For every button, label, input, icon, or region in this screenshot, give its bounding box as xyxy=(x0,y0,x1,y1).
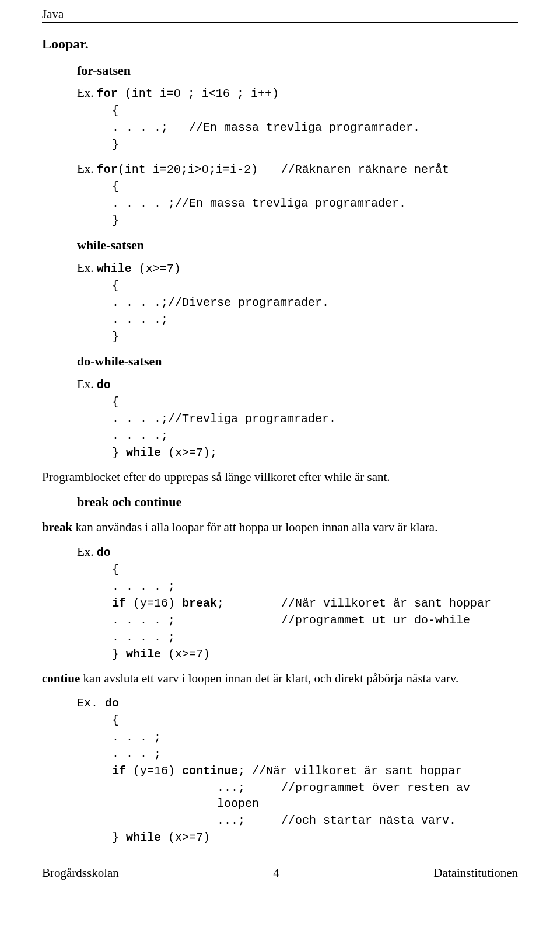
kw-while: while xyxy=(126,446,161,459)
code-text: . . . . ; xyxy=(112,629,518,645)
para-text: kan användas i alla loopar för att hoppa… xyxy=(72,520,438,534)
footer-right: Datainstitutionen xyxy=(433,865,518,881)
kw-do: do xyxy=(97,546,111,559)
code-text: ...; xyxy=(217,780,281,796)
code-text: . . . .;//Diverse programrader. xyxy=(112,295,518,311)
code-text: (x>=7) xyxy=(161,647,210,661)
brace-open: { xyxy=(112,562,518,577)
brace-open: { xyxy=(112,179,518,194)
ex-label: Ex. xyxy=(77,86,97,100)
para-continue: contiue kan avsluta ett varv i loopen in… xyxy=(42,670,518,687)
kw-break: break xyxy=(42,520,72,534)
para-text: kan avsluta ett varv i loopen innan det … xyxy=(80,671,459,685)
footer-left: Brogårdsskolan xyxy=(42,865,119,881)
comment: //Räknaren räknare neråt xyxy=(281,163,449,176)
code-text: (int i=20;i>O;i=i-2) xyxy=(118,162,281,177)
kw-continue: continue xyxy=(182,764,238,778)
code-text: (y=16) xyxy=(126,597,182,610)
heading-for: for-satsen xyxy=(77,62,518,79)
code-while-ex: Ex. while (x>=7) { . . . .;//Diverse pro… xyxy=(77,260,518,344)
code-text: (x>=7) xyxy=(161,831,210,844)
brace-close: } xyxy=(112,446,126,459)
heading-loopar: Loopar. xyxy=(42,34,518,53)
heading-dowhile: do-while-satsen xyxy=(77,353,518,370)
heading-breakcont: break och continue xyxy=(77,493,518,511)
kw-do: do xyxy=(98,696,119,710)
brace-open: { xyxy=(112,103,518,119)
kw-if: if xyxy=(112,597,126,610)
footer-center: 4 xyxy=(273,865,279,881)
kw-if: if xyxy=(112,764,126,778)
brace-close: } xyxy=(112,831,126,844)
code-text: . . . .;//Trevliga programrader. xyxy=(112,411,518,427)
heading-while: while-satsen xyxy=(77,236,518,254)
ex-label: Ex. xyxy=(77,545,97,559)
comment: //och startar nästa varv. xyxy=(281,814,456,827)
brace-open: { xyxy=(112,278,518,294)
code-text: (x>=7); xyxy=(161,446,217,459)
comment: //En massa trevliga programrader. xyxy=(189,121,420,134)
semicolon: ; xyxy=(238,764,245,778)
code-text: . . . .; xyxy=(112,312,518,328)
kw-while: while xyxy=(126,647,161,661)
kw-while: while xyxy=(97,262,132,276)
brace-open: { xyxy=(112,712,518,728)
brace-close: } xyxy=(112,137,518,152)
brace-close: } xyxy=(112,213,518,228)
code-text: . . . ; xyxy=(112,729,518,745)
semicolon: ; xyxy=(217,597,224,610)
code-dowhile-ex: Ex. do { . . . .;//Trevliga programrader… xyxy=(77,376,518,461)
code-text: . . . . ;//En massa trevliga programrade… xyxy=(112,196,518,211)
para-break: break kan användas i alla loopar för att… xyxy=(42,519,518,535)
code-text: ...; xyxy=(217,813,281,828)
page-header: Java xyxy=(42,0,518,23)
brace-close: } xyxy=(112,329,518,344)
comment: //När villkoret är sant hoppar xyxy=(252,764,462,778)
code-for-ex1: Ex. for (int i=O ; i<16 ; i++) { . . . .… xyxy=(77,85,518,152)
kw-break: break xyxy=(182,597,217,610)
kw-while: while xyxy=(126,831,161,844)
code-for-ex2: Ex. for (int i=20;i>O;i=i-2)//Räknaren r… xyxy=(77,161,518,228)
kw-for: for xyxy=(97,163,118,176)
page-footer: Brogårdsskolan 4 Datainstitutionen xyxy=(42,863,518,893)
code-text: . . . .; xyxy=(112,120,182,135)
code-text: . . . . ; xyxy=(112,579,518,594)
doc-title: Java xyxy=(42,7,64,21)
kw-continue: contiue xyxy=(42,671,80,685)
para-dowhile: Programblocket efter do upprepas så läng… xyxy=(42,469,518,485)
code-text: . . . . ; xyxy=(112,612,281,628)
brace-open: { xyxy=(112,394,518,410)
kw-do: do xyxy=(97,378,111,392)
code-continue-ex: Ex. do { . . . ; . . . ; if (y=16) conti… xyxy=(77,695,518,845)
kw-for: for xyxy=(97,87,118,100)
code-break-ex: Ex. do { . . . . ; if (y=16) break;//När… xyxy=(77,544,518,662)
comment: //programmet ut ur do-while xyxy=(281,614,470,627)
ex-label: Ex. xyxy=(77,696,98,710)
ex-label: Ex. xyxy=(77,377,97,391)
code-text: (x>=7) xyxy=(132,262,181,276)
code-text: (y=16) xyxy=(126,764,182,778)
code-text: (int i=O ; i<16 ; i++) xyxy=(118,87,279,100)
code-text: . . . ; xyxy=(112,746,518,762)
brace-close: } xyxy=(112,647,126,661)
ex-label: Ex. xyxy=(77,261,97,275)
code-text: . . . .; xyxy=(112,428,518,444)
comment: //När villkoret är sant hoppar xyxy=(281,597,491,610)
ex-label: Ex. xyxy=(77,162,97,176)
